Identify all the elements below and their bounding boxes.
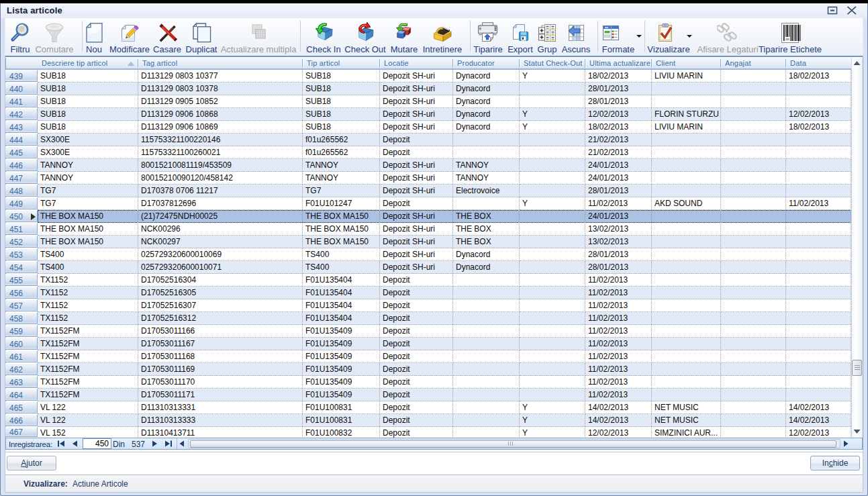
svg-text:co: co: [785, 37, 789, 41]
